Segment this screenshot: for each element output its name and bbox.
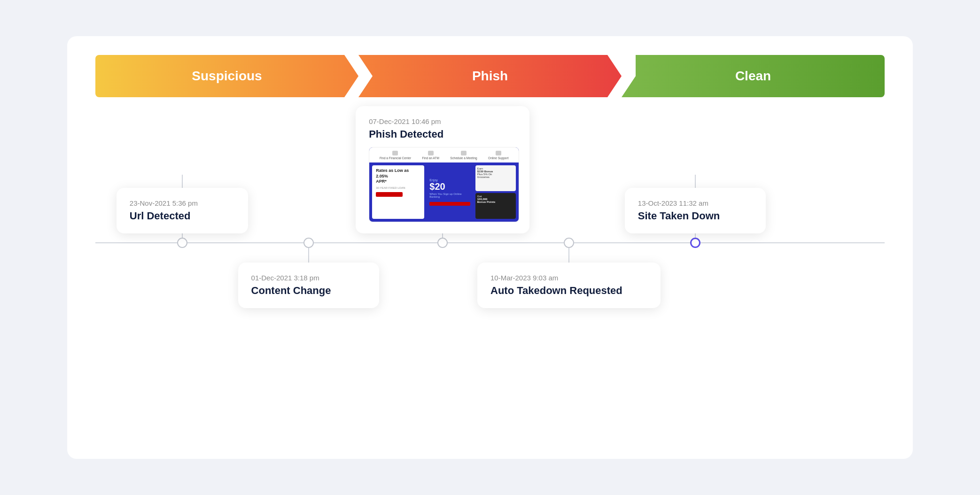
event-card-auto-takedown: 10-Mar-2023 9:03 am Auto Takedown Reques… — [477, 263, 661, 308]
suspicious-label: Suspicious — [192, 69, 262, 84]
url-detected-title: Url Detected — [130, 210, 235, 222]
screenshot-left: Rates as Low as2.05%APR* 30-YEAR FIXED L… — [372, 165, 424, 219]
content-change-timestamp: 01-Dec-2021 3:18 pm — [251, 274, 366, 282]
nav-meeting: Schedule a Meeting — [450, 151, 477, 160]
site-taken-down-timestamp: 13-Oct-2023 11:32 am — [638, 199, 753, 207]
bank-logo-left — [376, 192, 403, 197]
bonus-card: Earn$150 BonusPlus 5% OnGroceries — [475, 165, 516, 191]
amount-text: $20 — [429, 182, 470, 191]
phish-detected-title: Phish Detected — [369, 128, 516, 140]
status-suspicious[interactable]: Suspicious — [95, 55, 358, 97]
event-card-site-taken-down: 13-Oct-2023 11:32 am Site Taken Down — [625, 188, 766, 233]
event-card-phish-detected: 07-Dec-2021 10:46 pm Phish Detected Find… — [356, 106, 529, 233]
clean-label: Clean — [735, 69, 771, 84]
bank-logo-center — [429, 202, 470, 206]
timeline-dot-3[interactable] — [437, 238, 448, 248]
screenshot-body: Rates as Low as2.05%APR* 30-YEAR FIXED L… — [369, 162, 519, 222]
phish-screenshot: Find a Financial Center Find an ATM Sche… — [369, 147, 519, 222]
apr-text: Rates as Low as2.05%APR* — [376, 168, 420, 185]
timeline-dot-2[interactable] — [303, 238, 314, 248]
points-card: Get100,000Bonus Points — [475, 193, 516, 219]
timeline-line — [95, 242, 885, 243]
phish-label: Phish — [472, 69, 508, 84]
url-detected-timestamp: 23-Nov-2021 5:36 pm — [130, 199, 235, 207]
event-card-url-detected: 23-Nov-2021 5:36 pm Url Detected — [117, 188, 248, 233]
screenshot-nav: Find a Financial Center Find an ATM Sche… — [369, 147, 519, 162]
phish-detected-timestamp: 07-Dec-2021 10:46 pm — [369, 117, 516, 125]
content-change-title: Content Change — [251, 285, 366, 297]
main-container: Suspicious Phish Clean 23-Nov-2021 5:36 … — [67, 36, 913, 459]
nav-atm: Find an ATM — [422, 151, 439, 160]
auto-takedown-title: Auto Takedown Requested — [490, 285, 647, 297]
event-card-content-change: 01-Dec-2021 3:18 pm Content Change — [238, 263, 379, 308]
nav-support: Online Support — [488, 151, 508, 160]
signup-text: When You Sign up Online Banking — [429, 193, 470, 198]
screenshot-right: Earn$150 BonusPlus 5% OnGroceries Get100… — [475, 165, 516, 219]
timeline-dot-5[interactable] — [690, 238, 700, 248]
nav-financial-center: Find a Financial Center — [380, 151, 411, 160]
timeline-area: 23-Nov-2021 5:36 pm Url Detected 01-Dec-… — [95, 135, 885, 351]
status-bar: Suspicious Phish Clean — [95, 55, 885, 97]
timeline-dot-1[interactable] — [177, 238, 187, 248]
status-clean[interactable]: Clean — [622, 55, 885, 97]
status-phish[interactable]: Phish — [358, 55, 622, 97]
site-taken-down-title: Site Taken Down — [638, 210, 753, 222]
auto-takedown-timestamp: 10-Mar-2023 9:03 am — [490, 274, 647, 282]
loan-label: 30-YEAR FIXED LOAN — [376, 186, 420, 189]
screenshot-center: Enjoy $20 When You Sign up Online Bankin… — [427, 165, 473, 219]
timeline-dot-4[interactable] — [564, 238, 574, 248]
